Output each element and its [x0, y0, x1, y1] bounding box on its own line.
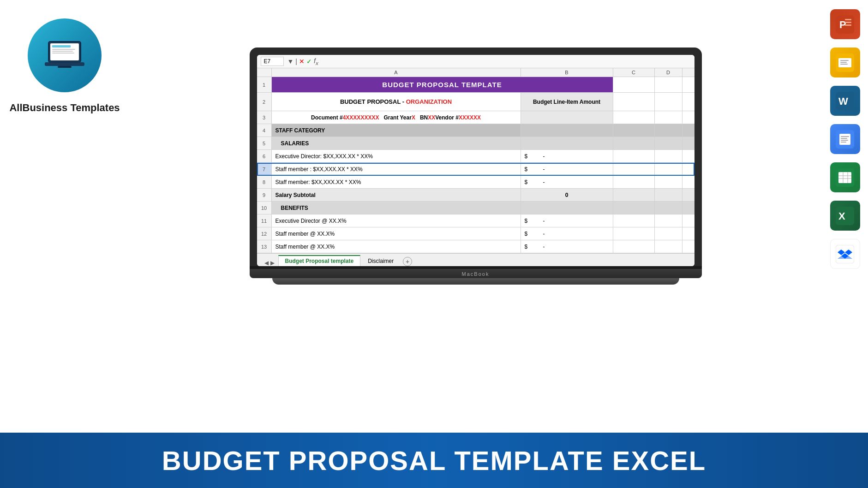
table-row: 12 Staff member @ XX.X% $ -: [257, 227, 694, 240]
svg-rect-3: [52, 49, 75, 50]
table-row: 10 BENEFITS: [257, 202, 694, 214]
table-row: 2 BUDGET PROPOSAL - ORGANIZATION Budget …: [257, 93, 694, 111]
cell-9-d: [655, 189, 682, 201]
svg-rect-10: [845, 19, 851, 20]
cell-8-a: Staff member: $XX,XXX.XX * XX%: [272, 176, 521, 188]
row-num-5: 5: [257, 137, 272, 149]
cell-13-c: [613, 240, 655, 253]
cell-12-c: [613, 227, 655, 240]
left-panel: AllBusiness Templates: [0, 0, 129, 332]
cell-4-d: [655, 124, 682, 137]
cell-6-a: Executive Director: $XX,XXX.XX * XX%: [272, 150, 521, 162]
svg-text:X: X: [838, 210, 845, 222]
table-row: 1 BUDGET PROPOSAL TEMPLATE: [257, 77, 694, 93]
cell-10-d: [655, 202, 682, 214]
google-slides-icon[interactable]: [830, 48, 860, 77]
cell-1-c: [613, 77, 655, 92]
table-row: 7 Staff member : $XX,XXX.XX * XX% $ -: [257, 163, 694, 176]
cell-reference[interactable]: E7: [261, 57, 284, 66]
next-sheet-icon[interactable]: ▶: [270, 260, 275, 266]
table-row: 8 Staff member: $XX,XXX.XX * XX% $ -: [257, 176, 694, 189]
cell-5-c: [613, 137, 655, 149]
cell-12-b: $ -: [521, 227, 613, 240]
word-icon[interactable]: W: [830, 86, 860, 116]
cell-13-d: [655, 240, 682, 253]
google-sheets-icon[interactable]: [830, 162, 860, 192]
svg-rect-6: [45, 62, 84, 66]
svg-rect-22: [841, 136, 849, 137]
laptop-wrapper: E7 ▼ | ✕ ✓ fx A B: [250, 48, 702, 285]
dropbox-icon[interactable]: [830, 239, 860, 269]
cell-12-a: Staff member @ XX.X%: [272, 227, 521, 240]
svg-rect-21: [839, 134, 850, 145]
cell-5-b: [521, 137, 613, 149]
cell-11-b: $ -: [521, 214, 613, 227]
cell-2-d: [655, 93, 682, 111]
cell-3-c: [613, 111, 655, 124]
brand-name: AllBusiness Templates: [9, 101, 120, 115]
table-row: 13 Staff member @ XX.X% $ -: [257, 240, 694, 253]
cancel-icon[interactable]: ✕: [299, 58, 305, 65]
prev-sheet-icon[interactable]: ◀: [264, 260, 269, 266]
cell-7-d: [655, 163, 682, 175]
cell-13-b: $ -: [521, 240, 613, 253]
cell-11-d: [655, 214, 682, 227]
row-num-3: 3: [257, 111, 272, 124]
svg-rect-16: [840, 62, 847, 63]
table-row: 11 Executive Director @ XX.X% $ -: [257, 214, 694, 227]
cell-6-b: $ -: [521, 150, 613, 162]
sheet-tab-disclaimer[interactable]: Disclaimer: [361, 255, 400, 266]
cell-2-c: [613, 93, 655, 111]
pipe-icon: |: [295, 58, 297, 65]
tab-bar: ◀ ▶ Budget Proposal template Disclaimer …: [257, 253, 694, 266]
cell-6-d: [655, 150, 682, 162]
laptop-body: E7 ▼ | ✕ ✓ fx A B: [250, 48, 702, 266]
cell-10-a: BENEFITS: [272, 202, 521, 214]
svg-rect-17: [840, 64, 848, 65]
spreadsheet: E7 ▼ | ✕ ✓ fx A B: [257, 55, 694, 266]
formula-input[interactable]: [322, 58, 691, 65]
cell-2-a: BUDGET PROPOSAL - ORGANIZATION: [272, 93, 521, 111]
svg-rect-27: [838, 172, 851, 183]
col-header-b: B: [521, 68, 613, 77]
svg-rect-24: [841, 140, 848, 141]
table-row: 4 STAFF CATEGORY: [257, 124, 694, 137]
svg-rect-15: [840, 60, 849, 61]
right-panel: P W: [822, 0, 868, 332]
cell-9-b: 0: [521, 189, 613, 201]
row-num-2: 2: [257, 93, 272, 111]
table-row: 5 SALARIES: [257, 137, 694, 150]
function-icon[interactable]: fx: [314, 57, 318, 66]
row-num-8: 8: [257, 176, 272, 188]
col-header-d: D: [655, 68, 682, 77]
row-num-1: 1: [257, 77, 272, 92]
cell-6-c: [613, 150, 655, 162]
cell-12-d: [655, 227, 682, 240]
svg-rect-12: [845, 24, 851, 26]
laptop-bottom: [272, 278, 679, 285]
cell-13-a: Staff member @ XX.X%: [272, 240, 521, 253]
svg-rect-23: [841, 138, 847, 139]
powerpoint-icon[interactable]: P: [830, 9, 860, 39]
cell-4-a: STAFF CATEGORY: [272, 124, 521, 137]
google-docs-icon[interactable]: [830, 124, 860, 154]
excel-icon[interactable]: X: [830, 201, 860, 231]
add-sheet-button[interactable]: +: [403, 257, 412, 266]
cell-7-a: Staff member : $XX,XXX.XX * XX%: [272, 163, 521, 175]
svg-rect-7: [58, 66, 72, 68]
svg-rect-11: [845, 22, 851, 23]
cell-5-a: SALARIES: [272, 137, 521, 149]
row-num-6: 6: [257, 150, 272, 162]
cell-9-a: Salary Subtotal: [272, 189, 521, 201]
row-num-spacer: [257, 68, 272, 77]
cell-7-c: [613, 163, 655, 175]
logo-circle: [28, 18, 102, 92]
laptop-base: MacBook: [250, 269, 702, 278]
row-num-12: 12: [257, 227, 272, 240]
cell-1-d: [655, 77, 682, 92]
sheet-tab-budget[interactable]: Budget Proposal template: [278, 255, 361, 266]
svg-rect-2: [52, 45, 71, 48]
confirm-icon[interactable]: ✓: [306, 58, 312, 65]
formula-bar: E7 ▼ | ✕ ✓ fx: [257, 55, 694, 68]
svg-rect-5: [52, 53, 74, 54]
